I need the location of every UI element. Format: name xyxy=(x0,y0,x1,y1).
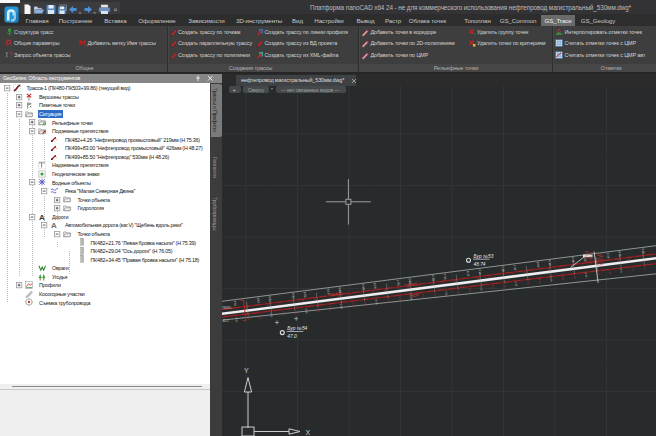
svg-text:41.0: 41.0 xyxy=(641,248,646,254)
svg-text:44.3: 44.3 xyxy=(547,260,552,266)
svg-text:44.8: 44.8 xyxy=(536,261,541,267)
svg-text:45.7: 45.7 xyxy=(512,264,517,270)
svg-text:75.4: 75.4 xyxy=(233,300,238,306)
svg-text:48.74: 48.74 xyxy=(474,262,486,267)
svg-text:47.2: 47.2 xyxy=(478,269,483,275)
svg-text:ПК481+: ПК481+ xyxy=(223,306,233,310)
svg-text:64.4: 64.4 xyxy=(361,284,366,290)
svg-text:Бур №53: Бур №53 xyxy=(474,254,494,259)
svg-text:А: А xyxy=(51,221,57,229)
svg-text:72.9: 72.9 xyxy=(268,296,273,302)
svg-text:62.8: 62.8 xyxy=(373,282,378,288)
svg-text:41.8: 41.8 xyxy=(617,251,622,257)
svg-text:58.7: 58.7 xyxy=(396,279,401,285)
svg-text:43.4: 43.4 xyxy=(571,257,576,263)
svg-text:47.0: 47.0 xyxy=(287,334,297,339)
svg-text:50.1: 50.1 xyxy=(442,273,447,279)
svg-text:42+1: 42+1 xyxy=(223,319,230,323)
svg-text:А: А xyxy=(38,213,44,221)
svg-text:69.9: 69.9 xyxy=(303,291,308,297)
svg-text:Y: Y xyxy=(244,367,249,374)
svg-text:42.2: 42.2 xyxy=(606,252,611,258)
svg-text:70.9: 70.9 xyxy=(291,293,296,299)
svg-text:X: X xyxy=(306,429,311,436)
svg-text:46.1: 46.1 xyxy=(501,266,506,272)
svg-text:47.9: 47.9 xyxy=(466,270,471,276)
svg-text:73.6: 73.6 xyxy=(256,297,261,303)
svg-text:Бур №54: Бур №54 xyxy=(287,326,307,331)
svg-text:52.4: 52.4 xyxy=(431,275,436,281)
